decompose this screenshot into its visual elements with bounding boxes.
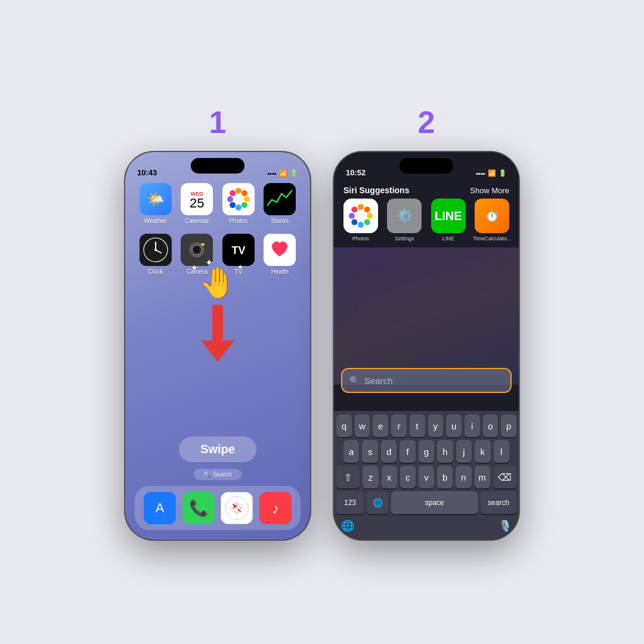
- key-space[interactable]: space: [391, 491, 478, 514]
- app-clock[interactable]: Clock: [139, 234, 172, 275]
- key-l[interactable]: l: [494, 440, 509, 463]
- key-s[interactable]: s: [362, 440, 377, 463]
- clock-icon-img: [140, 234, 172, 266]
- arrow-shaft: [212, 305, 223, 340]
- dock-music[interactable]: ♪: [259, 492, 292, 524]
- status-icons-2: ▪▪▪▪ 📶 🔋: [476, 169, 507, 177]
- key-c[interactable]: c: [400, 466, 416, 488]
- app-photos[interactable]: Photos: [222, 183, 255, 224]
- phone-1-bg: 10:43 ▪▪▪▪ 📶 🔋 🌤️ Weather: [125, 152, 310, 540]
- app-health[interactable]: Health: [263, 234, 296, 275]
- step-1-container: 1 10:43 ▪▪▪▪ 📶 🔋: [125, 104, 310, 540]
- search-hint-1[interactable]: 🔍 Search: [194, 469, 242, 480]
- globe-icon[interactable]: 🌐: [341, 519, 354, 532]
- key-f[interactable]: f: [400, 440, 415, 463]
- app-calendar[interactable]: WED 25 Calendar: [180, 183, 213, 224]
- svg-text:A: A: [156, 500, 165, 515]
- safari-icon-img: [221, 492, 253, 524]
- phone-2-screen: 10:52 ▪▪▪▪ 📶 🔋 Siri Suggestions Show Mor…: [334, 152, 519, 540]
- phone-icon-img: 📞: [182, 492, 215, 524]
- svg-point-3: [244, 196, 250, 202]
- key-emoji[interactable]: 🌐: [367, 491, 388, 514]
- svg-point-18: [194, 247, 199, 252]
- phone-1: 10:43 ▪▪▪▪ 📶 🔋 🌤️ Weather: [125, 152, 310, 540]
- svg-text:♪: ♪: [272, 500, 279, 516]
- key-p[interactable]: p: [501, 414, 516, 437]
- suggestion-line-icon: LINE: [431, 199, 466, 233]
- key-n[interactable]: n: [456, 466, 471, 488]
- app-photos-label: Photos: [229, 218, 247, 224]
- dock-safari[interactable]: [220, 492, 253, 524]
- key-j[interactable]: j: [456, 440, 472, 463]
- key-z[interactable]: z: [363, 466, 378, 488]
- app-stocks-label: Stocks: [271, 218, 289, 224]
- key-w[interactable]: w: [355, 414, 370, 437]
- suggestion-line-label: LINE: [442, 236, 454, 242]
- siri-suggestions-header: Siri Suggestions Show More: [334, 183, 519, 197]
- key-o[interactable]: o: [483, 414, 499, 437]
- music-icon-img: ♪: [259, 492, 292, 524]
- keyboard-row-1: q w e r t y u i o p: [336, 414, 516, 437]
- key-m[interactable]: m: [475, 466, 490, 488]
- key-q[interactable]: q: [336, 414, 352, 437]
- key-v[interactable]: v: [419, 466, 434, 488]
- key-d[interactable]: d: [381, 440, 397, 463]
- phone-2-bg: 10:52 ▪▪▪▪ 📶 🔋 Siri Suggestions Show Mor…: [334, 152, 519, 540]
- suggestion-timecalc-label: TimeCalculato...: [473, 236, 512, 242]
- hand-wrapper: ✦ ✦ ✦ 🤚: [199, 265, 236, 300]
- svg-point-41: [358, 204, 364, 210]
- mic-icon[interactable]: 🎙️: [499, 519, 512, 532]
- key-u[interactable]: u: [446, 414, 462, 437]
- suggestion-settings-icon: ⚙️: [387, 199, 422, 233]
- app-row-1: 🌤️ Weather WED 25 Calendar: [135, 183, 301, 224]
- svg-point-47: [349, 213, 355, 219]
- suggestion-timecalc[interactable]: ⏱️ TimeCalculato...: [473, 199, 511, 242]
- key-r[interactable]: r: [391, 414, 407, 437]
- key-g[interactable]: g: [419, 440, 434, 463]
- key-search-action[interactable]: search: [481, 491, 516, 514]
- svg-point-43: [367, 213, 373, 219]
- swipe-button[interactable]: Swipe: [179, 436, 256, 462]
- tv-icon-img: TV: [222, 234, 255, 266]
- svg-point-45: [358, 222, 364, 228]
- weather-icon-img: 🌤️: [140, 183, 172, 215]
- search-bar-phone2[interactable]: 🔍 Search: [341, 368, 512, 393]
- step-1-number: 1: [209, 104, 227, 140]
- key-a[interactable]: a: [343, 440, 359, 463]
- suggestion-line[interactable]: LINE LINE: [429, 199, 467, 242]
- key-t[interactable]: t: [410, 414, 425, 437]
- svg-point-7: [227, 196, 233, 202]
- keyboard-row-4: 123 🌐 space search: [336, 491, 516, 514]
- key-numbers[interactable]: 123: [336, 491, 364, 514]
- key-k[interactable]: k: [475, 440, 490, 463]
- dock-phone[interactable]: 📞: [182, 492, 215, 524]
- dynamic-island-1: [191, 158, 244, 174]
- photos-svg: [222, 183, 255, 215]
- stocks-svg: [264, 183, 296, 215]
- spark-topright: ✦: [237, 263, 243, 271]
- battery-icon-1: 🔋: [290, 169, 298, 177]
- suggestion-photos-icon: [343, 199, 378, 233]
- app-stocks[interactable]: Stocks: [263, 183, 296, 224]
- key-y[interactable]: y: [428, 414, 444, 437]
- search-icon-ph2: 🔍: [349, 376, 360, 385]
- dock-appstore[interactable]: A: [143, 492, 177, 524]
- step-2-container: 2 10:52 ▪▪▪▪ 📶 🔋 Siri Suggestions: [334, 104, 519, 540]
- key-b[interactable]: b: [437, 466, 453, 488]
- key-backspace[interactable]: ⌫: [493, 466, 516, 488]
- status-time-1: 10:43: [137, 168, 157, 177]
- show-more[interactable]: Show More: [470, 186, 509, 195]
- key-i[interactable]: i: [465, 414, 480, 437]
- suggestion-settings[interactable]: ⚙️ Settings: [385, 199, 423, 242]
- signal-icon-2: ▪▪▪▪: [476, 170, 485, 177]
- key-shift[interactable]: ⇧: [336, 466, 360, 488]
- app-weather[interactable]: 🌤️ Weather: [139, 183, 172, 224]
- key-h[interactable]: h: [437, 440, 453, 463]
- stocks-icon-img: [264, 183, 296, 215]
- key-x[interactable]: x: [382, 466, 397, 488]
- tv-svg: TV: [222, 234, 255, 266]
- key-e[interactable]: e: [373, 414, 388, 437]
- suggestion-photos[interactable]: Photos: [342, 199, 380, 242]
- swipe-label: Swipe: [200, 442, 235, 456]
- wifi-icon-1: 📶: [279, 169, 287, 177]
